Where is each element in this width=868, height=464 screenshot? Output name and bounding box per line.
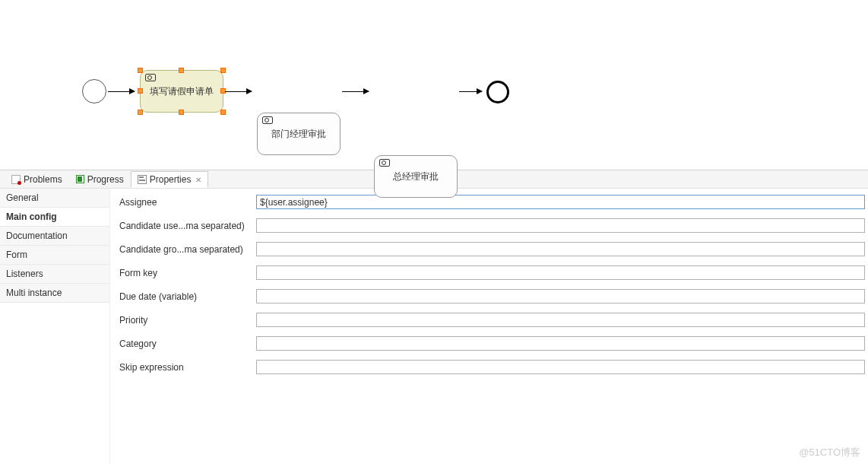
tab-label: Properties bbox=[150, 174, 192, 185]
problems-icon bbox=[11, 175, 21, 184]
sequence-flow[interactable] bbox=[225, 91, 252, 92]
field-label: Candidate gro...ma separated) bbox=[119, 244, 256, 255]
start-event[interactable] bbox=[82, 79, 106, 103]
user-task-icon bbox=[262, 116, 273, 124]
category-input[interactable] bbox=[256, 336, 865, 351]
field-assignee: Assignee bbox=[119, 195, 865, 209]
sidebar-item-label: Listeners bbox=[6, 269, 43, 279]
field-label: Due date (variable) bbox=[119, 291, 256, 302]
sequence-flow[interactable] bbox=[108, 91, 135, 92]
sidebar-item-general[interactable]: General bbox=[0, 189, 109, 208]
user-task-1[interactable]: 填写请假申请单 bbox=[140, 70, 223, 113]
field-label: Assignee bbox=[119, 197, 256, 208]
sidebar-item-form[interactable]: Form bbox=[0, 246, 109, 265]
sidebar-item-label: Form bbox=[6, 249, 27, 260]
sidebar-item-label: Documentation bbox=[6, 230, 68, 241]
field-label: Category bbox=[119, 338, 256, 349]
tab-problems[interactable]: Problems bbox=[5, 171, 69, 188]
user-task-icon bbox=[145, 74, 156, 81]
resize-handle[interactable] bbox=[179, 68, 184, 73]
properties-form: Assignee Candidate use...ma separated) C… bbox=[110, 189, 868, 464]
close-icon[interactable]: ✕ bbox=[195, 176, 201, 184]
progress-icon bbox=[76, 175, 84, 183]
resize-handle[interactable] bbox=[138, 110, 143, 115]
sidebar-item-main-config[interactable]: Main config bbox=[0, 208, 109, 227]
candidate-groups-input[interactable] bbox=[256, 242, 865, 256]
field-skip-expression: Skip expression bbox=[119, 360, 865, 374]
user-task-icon bbox=[379, 159, 390, 167]
sequence-flow[interactable] bbox=[342, 91, 369, 92]
diagram-canvas[interactable]: 填写请假申请单 部门经理审批 总经理审批 bbox=[0, 0, 868, 170]
resize-handle[interactable] bbox=[138, 88, 143, 94]
user-task-2[interactable]: 部门经理审批 bbox=[257, 113, 341, 155]
field-candidate-groups: Candidate gro...ma separated) bbox=[119, 242, 865, 256]
field-label: Priority bbox=[119, 315, 256, 326]
properties-sidebar: General Main config Documentation Form L… bbox=[0, 189, 110, 464]
field-category: Category bbox=[119, 336, 865, 351]
watermark: @51CTO博客 bbox=[799, 446, 860, 459]
sidebar-item-label: General bbox=[6, 192, 39, 203]
resize-handle[interactable] bbox=[220, 68, 226, 73]
sequence-flow[interactable] bbox=[459, 91, 482, 92]
priority-input[interactable] bbox=[256, 313, 865, 327]
skip-expression-input[interactable] bbox=[256, 360, 865, 374]
properties-icon bbox=[138, 175, 147, 184]
tab-label: Problems bbox=[24, 174, 62, 185]
sidebar-item-label: Main config bbox=[6, 211, 57, 222]
due-date-input[interactable] bbox=[256, 289, 865, 304]
field-due-date: Due date (variable) bbox=[119, 289, 865, 304]
field-candidate-users: Candidate use...ma separated) bbox=[119, 218, 865, 233]
field-priority: Priority bbox=[119, 313, 865, 327]
task-label: 填写请假申请单 bbox=[150, 85, 214, 98]
field-label: Skip expression bbox=[119, 362, 256, 373]
form-key-input[interactable] bbox=[256, 265, 865, 280]
end-event[interactable] bbox=[486, 81, 509, 103]
field-label: Form key bbox=[119, 268, 256, 278]
task-label: 总经理审批 bbox=[393, 170, 439, 183]
tab-label: Progress bbox=[87, 174, 124, 185]
tab-properties[interactable]: Properties ✕ bbox=[131, 171, 209, 188]
task-label: 部门经理审批 bbox=[271, 128, 326, 141]
candidate-users-input[interactable] bbox=[256, 218, 865, 233]
sidebar-item-listeners[interactable]: Listeners bbox=[0, 265, 109, 284]
sidebar-item-multi-instance[interactable]: Multi instance bbox=[0, 284, 109, 303]
assignee-input[interactable] bbox=[256, 195, 865, 209]
field-label: Candidate use...ma separated) bbox=[119, 221, 256, 231]
field-form-key: Form key bbox=[119, 265, 865, 280]
user-task-3[interactable]: 总经理审批 bbox=[374, 155, 458, 198]
resize-handle[interactable] bbox=[220, 110, 226, 115]
tab-progress[interactable]: Progress bbox=[69, 171, 131, 188]
resize-handle[interactable] bbox=[138, 68, 143, 73]
properties-panel: General Main config Documentation Form L… bbox=[0, 189, 868, 464]
sidebar-item-label: Multi instance bbox=[6, 288, 62, 298]
resize-handle[interactable] bbox=[179, 110, 184, 115]
sidebar-item-documentation[interactable]: Documentation bbox=[0, 227, 109, 246]
